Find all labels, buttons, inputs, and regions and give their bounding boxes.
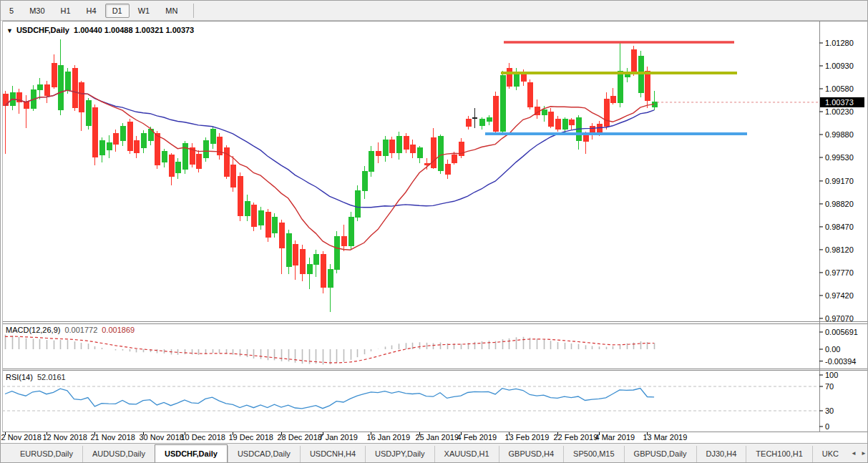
- svg-text:30: 30: [825, 406, 834, 415]
- chart-tab-USDCNH-H4[interactable]: USDCNH,H4: [300, 446, 365, 462]
- svg-text:0.005691: 0.005691: [825, 328, 858, 336]
- tab-scroll-arrows: ◄►: [851, 450, 867, 462]
- svg-text:0.98470: 0.98470: [825, 223, 854, 231]
- tab-scroll-right-icon[interactable]: ►: [861, 450, 867, 457]
- svg-text:0.99530: 0.99530: [825, 153, 854, 162]
- timeframe-button-W1[interactable]: W1: [131, 4, 157, 18]
- chart-tab-GBPUSD-H4[interactable]: GBPUSD,H4: [499, 446, 564, 462]
- svg-text:0: 0: [825, 422, 829, 431]
- chart-tab-AUDUSD-Daily[interactable]: AUDUSD,Daily: [82, 446, 155, 462]
- timeframe-button-5[interactable]: 5: [2, 4, 21, 18]
- chart-tab-SP500-M15[interactable]: SP500,M15: [563, 446, 623, 462]
- timeframe-button-M30[interactable]: M30: [22, 4, 52, 18]
- svg-text:70: 70: [825, 382, 834, 391]
- svg-text:0.98820: 0.98820: [825, 200, 854, 208]
- timeframe-button-H1[interactable]: H1: [54, 4, 78, 18]
- timeframe-button-MN[interactable]: MN: [158, 4, 185, 18]
- svg-text:19 Dec 2018: 19 Dec 2018: [229, 433, 273, 442]
- timeframe-button-D1[interactable]: D1: [105, 4, 130, 18]
- svg-text:0.97420: 0.97420: [825, 291, 854, 300]
- svg-text:2 Nov 2018: 2 Nov 2018: [1, 433, 42, 442]
- svg-text:1.00230: 1.00230: [825, 107, 854, 116]
- date-axis: 2 Nov 201812 Nov 201821 Nov 201830 Nov 2…: [1, 432, 688, 442]
- chart-tab-GBPUSD-Daily[interactable]: GBPUSD,Daily: [624, 446, 696, 462]
- svg-text:16 Jan 2019: 16 Jan 2019: [367, 433, 411, 442]
- trading-platform-window: 5M30H1H4D1W1MN 1.012801.009301.005801.00…: [0, 0, 868, 463]
- chart-tab-DJ30-H4[interactable]: DJ30,H4: [696, 446, 746, 462]
- svg-text:12 Nov 2018: 12 Nov 2018: [43, 433, 87, 442]
- svg-text:13 Mar 2019: 13 Mar 2019: [643, 433, 688, 442]
- chart-canvas[interactable]: 1.012801.009301.005801.002300.998800.995…: [1, 21, 868, 444]
- svg-text:0.99170: 0.99170: [825, 177, 854, 185]
- svg-text:100: 100: [825, 371, 838, 379]
- svg-text:4 Feb 2019: 4 Feb 2019: [457, 433, 497, 442]
- symbol-tab-bar: EURUSD,DailyAUDUSD,DailyUSDCHF,DailyUSDC…: [1, 443, 867, 462]
- svg-text:7 Jan 2019: 7 Jan 2019: [319, 433, 358, 442]
- tab-scroll-left-icon[interactable]: ◄: [851, 450, 857, 457]
- svg-text:21 Nov 2018: 21 Nov 2018: [91, 433, 135, 442]
- svg-text:1.00580: 1.00580: [825, 84, 854, 93]
- svg-text:10 Dec 2018: 10 Dec 2018: [181, 433, 225, 442]
- svg-text:22 Feb 2019: 22 Feb 2019: [554, 433, 598, 442]
- chart-tab-USDCAD-Daily[interactable]: USDCAD,Daily: [228, 446, 300, 462]
- timeframe-toolbar: 5M30H1H4D1W1MN: [1, 1, 867, 21]
- svg-text:4 Mar 2019: 4 Mar 2019: [595, 433, 635, 442]
- svg-text:25 Jan 2019: 25 Jan 2019: [416, 433, 459, 442]
- timeframe-button-H4[interactable]: H4: [79, 4, 104, 18]
- svg-text:0.99880: 0.99880: [825, 130, 854, 139]
- toolbar-separator: [193, 4, 194, 18]
- svg-text:0.00: 0.00: [825, 345, 840, 354]
- chart-tab-EURUSD-Daily[interactable]: EURUSD,Daily: [11, 446, 82, 462]
- svg-text:1.00930: 1.00930: [825, 62, 854, 70]
- svg-text:0.98120: 0.98120: [825, 245, 854, 254]
- chart-tab-TECH100-H1[interactable]: TECH100,H1: [746, 446, 811, 462]
- svg-text:0.97070: 0.97070: [825, 314, 854, 323]
- svg-text:-0.00394: -0.00394: [825, 357, 856, 366]
- svg-text:28 Dec 2018: 28 Dec 2018: [278, 433, 322, 442]
- svg-text:30 Nov 2018: 30 Nov 2018: [140, 433, 184, 442]
- svg-text:1.01280: 1.01280: [825, 39, 854, 47]
- svg-text:13 Feb 2019: 13 Feb 2019: [505, 433, 550, 442]
- current-price-badge: 1.00373: [825, 98, 854, 107]
- chart-tab-UKC[interactable]: UKC: [812, 446, 848, 462]
- chart-region[interactable]: 1.012801.009301.005801.002300.998800.995…: [1, 21, 867, 443]
- chart-tab-USDCHF-Daily[interactable]: USDCHF,Daily: [155, 444, 228, 462]
- chart-tab-XAUUSD-H1[interactable]: XAUUSD,H1: [434, 446, 499, 462]
- chart-tab-USDJPY-Daily[interactable]: USDJPY,Daily: [365, 446, 434, 462]
- svg-text:0.97770: 0.97770: [825, 268, 854, 277]
